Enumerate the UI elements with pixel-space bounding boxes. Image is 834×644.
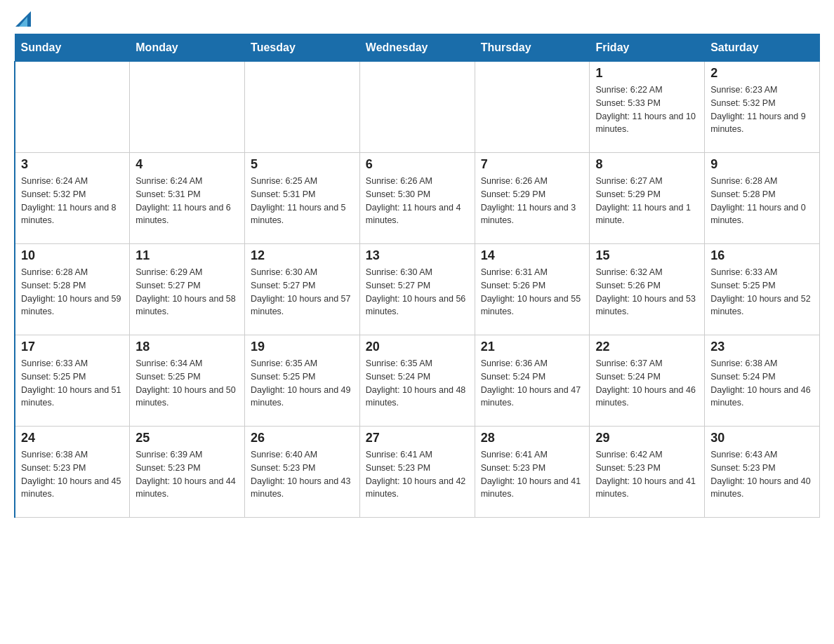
calendar-cell: 19Sunrise: 6:35 AMSunset: 5:25 PMDayligh…	[245, 335, 360, 427]
day-number: 1	[595, 66, 699, 81]
calendar-cell: 9Sunrise: 6:28 AMSunset: 5:28 PMDaylight…	[705, 153, 820, 244]
calendar-cell: 17Sunrise: 6:33 AMSunset: 5:25 PMDayligh…	[15, 335, 130, 427]
day-number: 22	[595, 340, 699, 354]
day-info: Sunrise: 6:24 AMSunset: 5:31 PMDaylight:…	[135, 175, 239, 227]
calendar-week-1: 1Sunrise: 6:22 AMSunset: 5:33 PMDaylight…	[15, 62, 820, 153]
day-info: Sunrise: 6:43 AMSunset: 5:23 PMDaylight:…	[710, 448, 814, 501]
day-number: 6	[366, 157, 469, 172]
calendar-cell: 24Sunrise: 6:38 AMSunset: 5:23 PMDayligh…	[15, 427, 130, 518]
weekday-header-friday: Friday	[590, 34, 705, 62]
calendar-cell	[15, 62, 130, 153]
day-info: Sunrise: 6:36 AMSunset: 5:24 PMDaylight:…	[481, 357, 584, 410]
day-number: 27	[366, 431, 469, 445]
day-info: Sunrise: 6:22 AMSunset: 5:33 PMDaylight:…	[595, 83, 699, 136]
calendar-cell: 27Sunrise: 6:41 AMSunset: 5:23 PMDayligh…	[359, 427, 475, 518]
day-number: 10	[21, 248, 124, 263]
calendar-cell: 30Sunrise: 6:43 AMSunset: 5:23 PMDayligh…	[705, 427, 820, 518]
day-info: Sunrise: 6:41 AMSunset: 5:23 PMDaylight:…	[481, 448, 584, 501]
weekday-header-monday: Monday	[130, 34, 245, 62]
day-number: 14	[481, 248, 584, 263]
day-number: 13	[366, 248, 469, 263]
day-info: Sunrise: 6:31 AMSunset: 5:26 PMDaylight:…	[481, 266, 584, 318]
day-info: Sunrise: 6:24 AMSunset: 5:32 PMDaylight:…	[21, 175, 124, 227]
day-number: 25	[135, 431, 239, 445]
weekday-header-wednesday: Wednesday	[359, 34, 475, 62]
day-number: 11	[135, 248, 239, 263]
day-info: Sunrise: 6:37 AMSunset: 5:24 PMDaylight:…	[595, 357, 699, 410]
calendar-cell	[130, 62, 245, 153]
day-number: 21	[481, 340, 584, 354]
calendar-cell: 5Sunrise: 6:25 AMSunset: 5:31 PMDaylight…	[245, 153, 360, 244]
calendar-week-5: 24Sunrise: 6:38 AMSunset: 5:23 PMDayligh…	[15, 427, 820, 518]
calendar-cell: 25Sunrise: 6:39 AMSunset: 5:23 PMDayligh…	[130, 427, 245, 518]
day-info: Sunrise: 6:40 AMSunset: 5:23 PMDaylight:…	[251, 448, 354, 501]
calendar-cell	[245, 62, 360, 153]
calendar-table: SundayMondayTuesdayWednesdayThursdayFrid…	[14, 34, 820, 518]
day-info: Sunrise: 6:35 AMSunset: 5:25 PMDaylight:…	[251, 357, 354, 410]
day-number: 8	[595, 157, 699, 172]
day-info: Sunrise: 6:41 AMSunset: 5:23 PMDaylight:…	[366, 448, 469, 501]
day-info: Sunrise: 6:26 AMSunset: 5:29 PMDaylight:…	[481, 175, 584, 227]
day-info: Sunrise: 6:26 AMSunset: 5:30 PMDaylight:…	[366, 175, 469, 227]
weekday-header-row: SundayMondayTuesdayWednesdayThursdayFrid…	[15, 34, 820, 62]
calendar-cell: 2Sunrise: 6:23 AMSunset: 5:32 PMDaylight…	[705, 62, 820, 153]
calendar-cell	[359, 62, 475, 153]
day-info: Sunrise: 6:33 AMSunset: 5:25 PMDaylight:…	[21, 357, 124, 410]
calendar-cell: 20Sunrise: 6:35 AMSunset: 5:24 PMDayligh…	[359, 335, 475, 427]
day-info: Sunrise: 6:23 AMSunset: 5:32 PMDaylight:…	[710, 83, 814, 136]
day-number: 17	[21, 340, 124, 354]
calendar-week-4: 17Sunrise: 6:33 AMSunset: 5:25 PMDayligh…	[15, 335, 820, 427]
day-number: 30	[710, 431, 814, 445]
calendar-cell: 1Sunrise: 6:22 AMSunset: 5:33 PMDaylight…	[590, 62, 705, 153]
day-info: Sunrise: 6:25 AMSunset: 5:31 PMDaylight:…	[251, 175, 354, 227]
day-info: Sunrise: 6:38 AMSunset: 5:23 PMDaylight:…	[21, 448, 124, 501]
day-info: Sunrise: 6:28 AMSunset: 5:28 PMDaylight:…	[710, 175, 814, 227]
calendar-cell: 21Sunrise: 6:36 AMSunset: 5:24 PMDayligh…	[475, 335, 590, 427]
weekday-header-saturday: Saturday	[705, 34, 820, 62]
page-header	[14, 14, 820, 27]
calendar-cell: 13Sunrise: 6:30 AMSunset: 5:27 PMDayligh…	[359, 244, 475, 335]
calendar-cell: 8Sunrise: 6:27 AMSunset: 5:29 PMDaylight…	[590, 153, 705, 244]
calendar-cell: 3Sunrise: 6:24 AMSunset: 5:32 PMDaylight…	[15, 153, 130, 244]
day-info: Sunrise: 6:39 AMSunset: 5:23 PMDaylight:…	[135, 448, 239, 501]
svg-marker-1	[19, 17, 27, 27]
logo-triangle-icon	[15, 11, 31, 27]
weekday-header-sunday: Sunday	[15, 34, 130, 62]
calendar-cell: 22Sunrise: 6:37 AMSunset: 5:24 PMDayligh…	[590, 335, 705, 427]
calendar-cell: 10Sunrise: 6:28 AMSunset: 5:28 PMDayligh…	[15, 244, 130, 335]
day-number: 2	[710, 66, 814, 81]
day-number: 4	[135, 157, 239, 172]
calendar-cell: 6Sunrise: 6:26 AMSunset: 5:30 PMDaylight…	[359, 153, 475, 244]
calendar-cell: 26Sunrise: 6:40 AMSunset: 5:23 PMDayligh…	[245, 427, 360, 518]
day-info: Sunrise: 6:35 AMSunset: 5:24 PMDaylight:…	[366, 357, 469, 410]
day-info: Sunrise: 6:32 AMSunset: 5:26 PMDaylight:…	[595, 266, 699, 318]
logo	[14, 14, 31, 27]
calendar-week-2: 3Sunrise: 6:24 AMSunset: 5:32 PMDaylight…	[15, 153, 820, 244]
day-number: 20	[366, 340, 469, 354]
calendar-cell: 29Sunrise: 6:42 AMSunset: 5:23 PMDayligh…	[590, 427, 705, 518]
day-number: 26	[251, 431, 354, 445]
day-number: 9	[710, 157, 814, 172]
day-number: 19	[251, 340, 354, 354]
calendar-cell: 12Sunrise: 6:30 AMSunset: 5:27 PMDayligh…	[245, 244, 360, 335]
day-info: Sunrise: 6:28 AMSunset: 5:28 PMDaylight:…	[21, 266, 124, 318]
day-info: Sunrise: 6:38 AMSunset: 5:24 PMDaylight:…	[710, 357, 814, 410]
calendar-week-3: 10Sunrise: 6:28 AMSunset: 5:28 PMDayligh…	[15, 244, 820, 335]
calendar-cell: 28Sunrise: 6:41 AMSunset: 5:23 PMDayligh…	[475, 427, 590, 518]
day-number: 5	[251, 157, 354, 172]
day-number: 15	[595, 248, 699, 263]
calendar-cell: 14Sunrise: 6:31 AMSunset: 5:26 PMDayligh…	[475, 244, 590, 335]
day-number: 3	[21, 157, 124, 172]
day-info: Sunrise: 6:30 AMSunset: 5:27 PMDaylight:…	[366, 266, 469, 318]
day-number: 16	[710, 248, 814, 263]
day-number: 24	[21, 431, 124, 445]
weekday-header-tuesday: Tuesday	[245, 34, 360, 62]
calendar-cell: 7Sunrise: 6:26 AMSunset: 5:29 PMDaylight…	[475, 153, 590, 244]
calendar-cell: 18Sunrise: 6:34 AMSunset: 5:25 PMDayligh…	[130, 335, 245, 427]
day-info: Sunrise: 6:33 AMSunset: 5:25 PMDaylight:…	[710, 266, 814, 318]
day-info: Sunrise: 6:29 AMSunset: 5:27 PMDaylight:…	[135, 266, 239, 318]
weekday-header-thursday: Thursday	[475, 34, 590, 62]
calendar-cell	[475, 62, 590, 153]
day-number: 29	[595, 431, 699, 445]
day-info: Sunrise: 6:27 AMSunset: 5:29 PMDaylight:…	[595, 175, 699, 227]
